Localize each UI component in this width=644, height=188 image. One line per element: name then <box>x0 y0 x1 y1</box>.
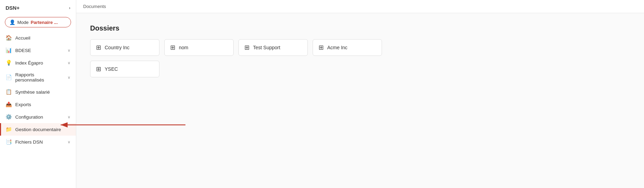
rapports-personnalises-icon: 📄 <box>6 74 12 80</box>
index-egapro-chevron: ∨ <box>68 61 70 65</box>
sidebar-item-synthese-salarie[interactable]: 📋Synthèse salarié <box>0 86 76 98</box>
sidebar-item-rapports-personnalises[interactable]: 📄Rapports personnalisés∨ <box>0 69 76 86</box>
folder-name-acme-inc: Acme Inc <box>327 45 347 50</box>
topbar: Documents <box>76 0 644 13</box>
nav-list: 🏠Accueil📊BDESE∨💡Index Égapro∨📄Rapports p… <box>0 32 76 148</box>
sidebar-item-bdese[interactable]: 📊BDESE∨ <box>0 44 76 57</box>
mode-partner-button[interactable]: 👤 Mode Partenaire ... <box>5 17 71 27</box>
sidebar-item-configuration[interactable]: ⚙️Configuration∨ <box>0 111 76 123</box>
configuration-label: Configuration <box>15 114 64 120</box>
synthese-salarie-icon: 📋 <box>6 89 12 95</box>
sidebar-item-index-egapro[interactable]: 💡Index Égapro∨ <box>0 57 76 69</box>
configuration-chevron: ∨ <box>68 115 70 119</box>
folder-icon-test-support: ⊞ <box>244 44 250 51</box>
gestion-documentaire-label: Gestion documentaire <box>15 127 70 132</box>
folder-name-test-support: Test Support <box>253 45 280 50</box>
content-area: Dossiers ⊞Country Inc⊞nom⊞Test Support⊞A… <box>76 13 644 188</box>
sidebar-item-exports[interactable]: 📤Exports <box>0 98 76 111</box>
rapports-personnalises-chevron: ∨ <box>68 75 70 80</box>
bdese-chevron: ∨ <box>68 48 70 53</box>
bdese-label: BDESE <box>15 48 64 53</box>
topbar-label: Documents <box>83 4 106 9</box>
section-title: Dossiers <box>90 24 630 32</box>
gestion-documentaire-icon: 📁 <box>6 126 12 133</box>
folder-icon-acme-inc: ⊞ <box>319 44 324 51</box>
sidebar: DSN+ › 👤 Mode Partenaire ... 🏠Accueil📊BD… <box>0 0 76 188</box>
mode-label-bold: Partenaire ... <box>31 20 58 25</box>
bdese-icon: 📊 <box>6 47 12 53</box>
sidebar-item-fichiers-dsn[interactable]: 📑Fichiers DSN∨ <box>0 136 76 148</box>
fichiers-dsn-label: Fichiers DSN <box>15 139 64 145</box>
folder-card-country-inc[interactable]: ⊞Country Inc <box>90 39 159 56</box>
exports-icon: 📤 <box>6 101 12 108</box>
folder-icon-ysec: ⊞ <box>96 65 101 73</box>
synthese-salarie-label: Synthèse salarié <box>15 89 70 95</box>
sidebar-expand-icon[interactable]: › <box>69 6 70 10</box>
folder-card-nom[interactable]: ⊞nom <box>164 39 234 56</box>
accueil-label: Accueil <box>15 35 70 41</box>
folder-icon-country-inc: ⊞ <box>96 44 101 51</box>
sidebar-item-accueil[interactable]: 🏠Accueil <box>0 32 76 44</box>
index-egapro-label: Index Égapro <box>15 60 64 66</box>
rapports-personnalises-label: Rapports personnalisés <box>15 72 64 83</box>
fichiers-dsn-chevron: ∨ <box>68 140 70 144</box>
accueil-icon: 🏠 <box>6 35 12 41</box>
folder-name-nom: nom <box>179 45 188 50</box>
folder-name-ysec: YSEC <box>105 66 118 72</box>
folder-icon-nom: ⊞ <box>170 44 175 51</box>
folder-name-country-inc: Country Inc <box>105 45 130 50</box>
folders-grid: ⊞Country Inc⊞nom⊞Test Support⊞Acme Inc⊞Y… <box>90 39 630 77</box>
folder-card-ysec[interactable]: ⊞YSEC <box>90 61 159 77</box>
partner-icon: 👤 <box>9 19 15 25</box>
sidebar-item-gestion-documentaire[interactable]: 📁Gestion documentaire <box>0 123 76 136</box>
folder-card-acme-inc[interactable]: ⊞Acme Inc <box>313 39 382 56</box>
index-egapro-icon: 💡 <box>6 60 12 66</box>
app-title: DSN+ <box>6 5 19 11</box>
exports-label: Exports <box>15 102 70 107</box>
mode-label-prefix: Mode <box>17 20 29 25</box>
folder-card-test-support[interactable]: ⊞Test Support <box>238 39 308 56</box>
sidebar-header: DSN+ › <box>0 0 76 16</box>
fichiers-dsn-icon: 📑 <box>6 139 12 145</box>
configuration-icon: ⚙️ <box>6 114 12 120</box>
main-content: Documents Dossiers ⊞Country Inc⊞nom⊞Test… <box>76 0 644 188</box>
